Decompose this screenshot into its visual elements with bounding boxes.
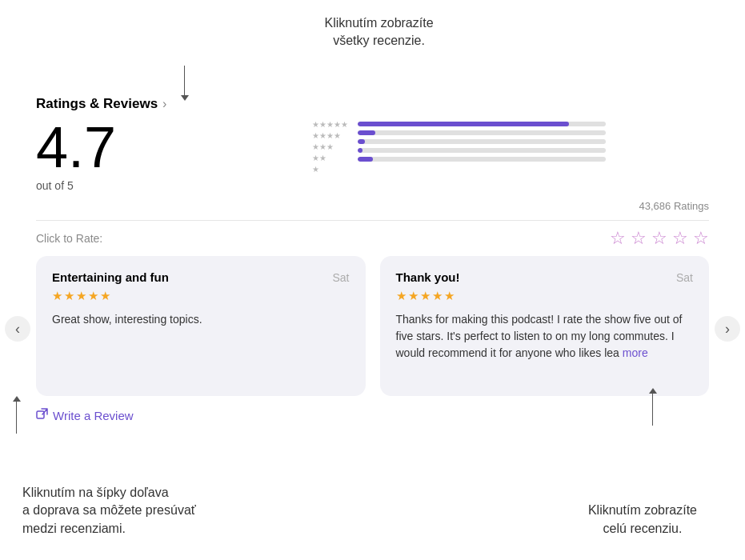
section-header[interactable]: Ratings & Reviews ›: [36, 96, 166, 112]
star-label-3: ★★★: [312, 142, 348, 151]
review-card-2: Thank you! Sat ★ ★ ★ ★ ★ Thanks for maki…: [380, 256, 710, 396]
review-title-2: Thank you!: [396, 270, 460, 284]
review-star-2-3: ★: [420, 289, 431, 303]
right-chevron-icon: ›: [725, 321, 730, 338]
rating-number: 4.7: [36, 118, 116, 176]
ratings-count: 43,686 Ratings: [639, 200, 709, 212]
review-stars-2: ★ ★ ★ ★ ★: [396, 289, 694, 303]
click-to-rate-label: Click to Rate:: [36, 232, 102, 245]
tooltip-bottom-left-line2: a doprava sa môžete presúvať: [22, 503, 196, 517]
bar-track-2: [358, 148, 606, 153]
review-title-1: Entertaining and fun: [52, 270, 169, 284]
review-star-1-5: ★: [100, 289, 110, 303]
rate-star-3[interactable]: ☆: [651, 228, 667, 249]
review-star-2-4: ★: [432, 289, 443, 303]
review-title-row-1: Entertaining and fun Sat: [52, 270, 350, 284]
more-link-2[interactable]: more: [623, 346, 648, 359]
rate-star-4[interactable]: ☆: [672, 228, 688, 249]
review-date-2: Sat: [676, 271, 693, 284]
write-review-icon: [36, 408, 48, 422]
rate-stars[interactable]: ☆ ☆ ☆ ☆ ☆: [610, 228, 709, 249]
tooltip-bottom-right-line1: Kliknutím zobrazíte: [588, 503, 697, 517]
review-star-1-2: ★: [64, 289, 74, 303]
bar-track-4: [358, 130, 606, 135]
arrow-right-button[interactable]: ›: [715, 316, 740, 342]
tooltip-line-bottom-right: [652, 394, 653, 426]
review-star-1-4: ★: [88, 289, 98, 303]
star-label-1: ★: [312, 165, 348, 174]
bar-track-5: [358, 122, 606, 126]
review-date-1: Sat: [332, 271, 349, 284]
review-body-2: Thanks for making this podcast! I rate t…: [396, 311, 694, 362]
big-rating: 4.7 out of 5: [36, 118, 116, 192]
review-star-1-3: ★: [76, 289, 86, 303]
bar-fill-4: [358, 130, 375, 135]
tooltip-bottom-right: Kliknutím zobrazíte celú recenziu.: [588, 502, 697, 538]
left-chevron-icon: ‹: [15, 321, 20, 338]
reviews-container: Entertaining and fun Sat ★ ★ ★ ★ ★ Great…: [36, 256, 709, 396]
star-label-5: ★★★★★: [312, 120, 348, 129]
review-star-2-2: ★: [408, 289, 419, 303]
histogram-star-labels: ★★★★★ ★★★★ ★★★ ★★ ★: [312, 120, 348, 174]
bar-fill-2: [358, 148, 362, 153]
tooltip-top-line1: Kliknutím zobrazíte: [325, 16, 434, 30]
bar-fill-1: [358, 157, 373, 162]
histogram: ★★★★★ ★★★★ ★★★ ★★ ★: [312, 118, 606, 174]
page-container: Kliknutím zobrazíte všetky recenzie. Rat…: [0, 0, 745, 560]
bar-fill-3: [358, 139, 365, 144]
divider: [36, 220, 709, 221]
rate-star-5[interactable]: ☆: [693, 228, 709, 249]
tooltip-top-line2: všetky recenzie.: [333, 34, 425, 47]
histogram-bars: [358, 122, 606, 162]
section-title: Ratings & Reviews: [36, 96, 158, 112]
write-review-link[interactable]: Write a Review: [36, 408, 134, 422]
review-stars-1: ★ ★ ★ ★ ★: [52, 289, 350, 303]
review-title-row-2: Thank you! Sat: [396, 270, 694, 284]
star-label-2: ★★: [312, 154, 348, 162]
tooltip-line-bottom-left: [16, 402, 17, 434]
tooltip-bottom-left-line3: medzi recenziami.: [22, 522, 126, 535]
svg-rect-0: [37, 411, 44, 418]
bar-track-1: [358, 157, 606, 162]
tooltip-line-top: [184, 66, 185, 96]
bar-track-3: [358, 139, 606, 144]
rating-out-of: out of 5: [36, 179, 116, 192]
review-body-1: Great show, interesting topics.: [52, 311, 350, 328]
write-review-label: Write a Review: [53, 409, 134, 422]
arrow-left-button[interactable]: ‹: [5, 316, 30, 342]
tooltip-top: Kliknutím zobrazíte všetky recenzie.: [325, 14, 434, 50]
rate-star-2[interactable]: ☆: [631, 228, 647, 249]
section-chevron-icon: ›: [162, 97, 166, 111]
tooltip-bottom-right-line2: celú recenziu.: [603, 522, 683, 535]
star-label-4: ★★★★: [312, 131, 348, 140]
review-star-2-5: ★: [444, 289, 455, 303]
review-star-1-1: ★: [52, 289, 62, 303]
review-star-2-1: ★: [396, 289, 407, 303]
review-card-1: Entertaining and fun Sat ★ ★ ★ ★ ★ Great…: [36, 256, 366, 396]
tooltip-bottom-left-line1: Kliknutím na šípky doľava: [22, 486, 169, 499]
tooltip-bottom-left: Kliknutím na šípky doľava a doprava sa m…: [22, 484, 196, 538]
bar-fill-5: [358, 122, 569, 126]
rate-star-1[interactable]: ☆: [610, 228, 626, 249]
